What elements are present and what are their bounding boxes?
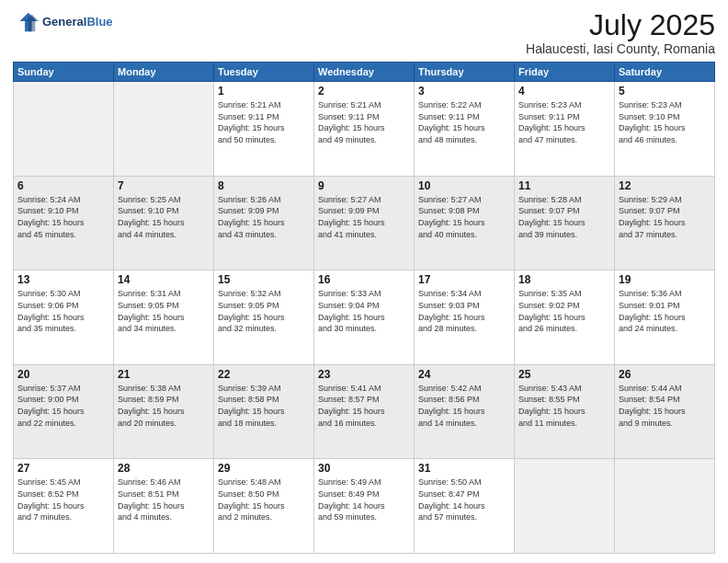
- table-row: [114, 82, 214, 177]
- table-row: 19Sunrise: 5:36 AM Sunset: 9:01 PM Dayli…: [615, 270, 715, 365]
- day-info: Sunrise: 5:42 AM Sunset: 8:56 PM Dayligh…: [418, 383, 510, 429]
- table-row: 26Sunrise: 5:44 AM Sunset: 8:54 PM Dayli…: [615, 364, 715, 459]
- day-info: Sunrise: 5:23 AM Sunset: 9:10 PM Dayligh…: [619, 99, 711, 145]
- table-row: 23Sunrise: 5:41 AM Sunset: 8:57 PM Dayli…: [314, 364, 415, 459]
- day-info: Sunrise: 5:21 AM Sunset: 9:11 PM Dayligh…: [318, 99, 410, 145]
- day-number: 10: [418, 179, 510, 192]
- calendar-week-row: 27Sunrise: 5:45 AM Sunset: 8:52 PM Dayli…: [14, 459, 715, 554]
- day-info: Sunrise: 5:37 AM Sunset: 9:00 PM Dayligh…: [17, 383, 109, 429]
- day-number: 28: [118, 462, 210, 475]
- day-info: Sunrise: 5:44 AM Sunset: 8:54 PM Dayligh…: [619, 383, 711, 429]
- day-number: 13: [17, 273, 109, 286]
- day-info: Sunrise: 5:25 AM Sunset: 9:10 PM Dayligh…: [118, 194, 210, 240]
- table-row: 6Sunrise: 5:24 AM Sunset: 9:10 PM Daylig…: [14, 176, 114, 270]
- subtitle: Halaucesti, Iasi County, Romania: [526, 41, 715, 56]
- day-info: Sunrise: 5:28 AM Sunset: 9:07 PM Dayligh…: [518, 194, 610, 240]
- day-number: 6: [17, 179, 109, 192]
- day-info: Sunrise: 5:26 AM Sunset: 9:09 PM Dayligh…: [218, 194, 310, 240]
- table-row: 22Sunrise: 5:39 AM Sunset: 8:58 PM Dayli…: [214, 364, 314, 459]
- day-number: 2: [318, 85, 410, 98]
- day-info: Sunrise: 5:29 AM Sunset: 9:07 PM Dayligh…: [619, 194, 711, 240]
- table-row: 3Sunrise: 5:22 AM Sunset: 9:11 PM Daylig…: [415, 82, 515, 177]
- day-info: Sunrise: 5:27 AM Sunset: 9:09 PM Dayligh…: [318, 194, 410, 240]
- day-number: 25: [518, 368, 610, 381]
- table-row: 18Sunrise: 5:35 AM Sunset: 9:02 PM Dayli…: [515, 270, 615, 365]
- col-sunday: Sunday: [14, 63, 114, 82]
- calendar-week-row: 6Sunrise: 5:24 AM Sunset: 9:10 PM Daylig…: [14, 176, 715, 270]
- day-number: 15: [218, 273, 310, 286]
- col-monday: Monday: [114, 63, 214, 82]
- col-friday: Friday: [515, 63, 615, 82]
- calendar-week-row: 13Sunrise: 5:30 AM Sunset: 9:06 PM Dayli…: [14, 270, 715, 365]
- table-row: 8Sunrise: 5:26 AM Sunset: 9:09 PM Daylig…: [214, 176, 314, 270]
- day-number: 22: [218, 368, 310, 381]
- table-row: 28Sunrise: 5:46 AM Sunset: 8:51 PM Dayli…: [114, 459, 214, 554]
- day-number: 31: [418, 462, 510, 475]
- table-row: 14Sunrise: 5:31 AM Sunset: 9:05 PM Dayli…: [114, 270, 214, 365]
- day-info: Sunrise: 5:46 AM Sunset: 8:51 PM Dayligh…: [118, 477, 210, 523]
- day-number: 26: [619, 368, 711, 381]
- table-row: 10Sunrise: 5:27 AM Sunset: 9:08 PM Dayli…: [415, 176, 515, 270]
- table-row: 12Sunrise: 5:29 AM Sunset: 9:07 PM Dayli…: [615, 176, 715, 270]
- day-info: Sunrise: 5:36 AM Sunset: 9:01 PM Dayligh…: [619, 288, 711, 334]
- col-saturday: Saturday: [615, 63, 715, 82]
- day-info: Sunrise: 5:39 AM Sunset: 8:58 PM Dayligh…: [218, 383, 310, 429]
- calendar-week-row: 20Sunrise: 5:37 AM Sunset: 9:00 PM Dayli…: [14, 364, 715, 459]
- table-row: 24Sunrise: 5:42 AM Sunset: 8:56 PM Dayli…: [415, 364, 515, 459]
- table-row: 15Sunrise: 5:32 AM Sunset: 9:05 PM Dayli…: [214, 270, 314, 365]
- day-number: 17: [418, 273, 510, 286]
- day-number: 20: [17, 368, 109, 381]
- day-number: 23: [318, 368, 410, 381]
- day-number: 16: [318, 273, 410, 286]
- day-info: Sunrise: 5:48 AM Sunset: 8:50 PM Dayligh…: [218, 477, 310, 523]
- day-number: 29: [218, 462, 310, 475]
- table-row: 13Sunrise: 5:30 AM Sunset: 9:06 PM Dayli…: [14, 270, 114, 365]
- table-row: [515, 459, 615, 554]
- table-row: 21Sunrise: 5:38 AM Sunset: 8:59 PM Dayli…: [114, 364, 214, 459]
- day-info: Sunrise: 5:43 AM Sunset: 8:55 PM Dayligh…: [518, 383, 610, 429]
- table-row: 16Sunrise: 5:33 AM Sunset: 9:04 PM Dayli…: [314, 270, 415, 365]
- day-info: Sunrise: 5:38 AM Sunset: 8:59 PM Dayligh…: [118, 383, 210, 429]
- day-number: 18: [518, 273, 610, 286]
- logo-icon: [13, 9, 39, 35]
- day-number: 4: [518, 85, 610, 98]
- day-info: Sunrise: 5:34 AM Sunset: 9:03 PM Dayligh…: [418, 288, 510, 334]
- day-number: 19: [619, 273, 711, 286]
- day-info: Sunrise: 5:27 AM Sunset: 9:08 PM Dayligh…: [418, 194, 510, 240]
- day-info: Sunrise: 5:35 AM Sunset: 9:02 PM Dayligh…: [518, 288, 610, 334]
- calendar-table: Sunday Monday Tuesday Wednesday Thursday…: [13, 62, 715, 554]
- day-number: 12: [619, 179, 711, 192]
- day-number: 24: [418, 368, 510, 381]
- day-info: Sunrise: 5:22 AM Sunset: 9:11 PM Dayligh…: [418, 99, 510, 145]
- day-number: 1: [218, 85, 310, 98]
- logo-text: GeneralBlue: [42, 16, 113, 29]
- table-row: [14, 82, 114, 177]
- day-number: 9: [318, 179, 410, 192]
- day-info: Sunrise: 5:33 AM Sunset: 9:04 PM Dayligh…: [318, 288, 410, 334]
- col-wednesday: Wednesday: [314, 63, 415, 82]
- day-info: Sunrise: 5:24 AM Sunset: 9:10 PM Dayligh…: [17, 194, 109, 240]
- table-row: 11Sunrise: 5:28 AM Sunset: 9:07 PM Dayli…: [515, 176, 615, 270]
- page: GeneralBlue July 2025 Halaucesti, Iasi C…: [0, 0, 728, 563]
- table-row: 5Sunrise: 5:23 AM Sunset: 9:10 PM Daylig…: [615, 82, 715, 177]
- table-row: 29Sunrise: 5:48 AM Sunset: 8:50 PM Dayli…: [214, 459, 314, 554]
- day-number: 21: [118, 368, 210, 381]
- col-thursday: Thursday: [415, 63, 515, 82]
- title-section: July 2025 Halaucesti, Iasi County, Roman…: [526, 9, 715, 56]
- day-number: 3: [418, 85, 510, 98]
- table-row: 20Sunrise: 5:37 AM Sunset: 9:00 PM Dayli…: [14, 364, 114, 459]
- table-row: 27Sunrise: 5:45 AM Sunset: 8:52 PM Dayli…: [14, 459, 114, 554]
- table-row: 9Sunrise: 5:27 AM Sunset: 9:09 PM Daylig…: [314, 176, 415, 270]
- day-info: Sunrise: 5:45 AM Sunset: 8:52 PM Dayligh…: [17, 477, 109, 523]
- calendar-week-row: 1Sunrise: 5:21 AM Sunset: 9:11 PM Daylig…: [14, 82, 715, 177]
- day-info: Sunrise: 5:32 AM Sunset: 9:05 PM Dayligh…: [218, 288, 310, 334]
- day-info: Sunrise: 5:21 AM Sunset: 9:11 PM Dayligh…: [218, 99, 310, 145]
- day-info: Sunrise: 5:31 AM Sunset: 9:05 PM Dayligh…: [118, 288, 210, 334]
- table-row: 30Sunrise: 5:49 AM Sunset: 8:49 PM Dayli…: [314, 459, 415, 554]
- day-info: Sunrise: 5:41 AM Sunset: 8:57 PM Dayligh…: [318, 383, 410, 429]
- col-tuesday: Tuesday: [214, 63, 314, 82]
- day-number: 27: [17, 462, 109, 475]
- table-row: 17Sunrise: 5:34 AM Sunset: 9:03 PM Dayli…: [415, 270, 515, 365]
- calendar-header-row: Sunday Monday Tuesday Wednesday Thursday…: [14, 63, 715, 82]
- day-number: 8: [218, 179, 310, 192]
